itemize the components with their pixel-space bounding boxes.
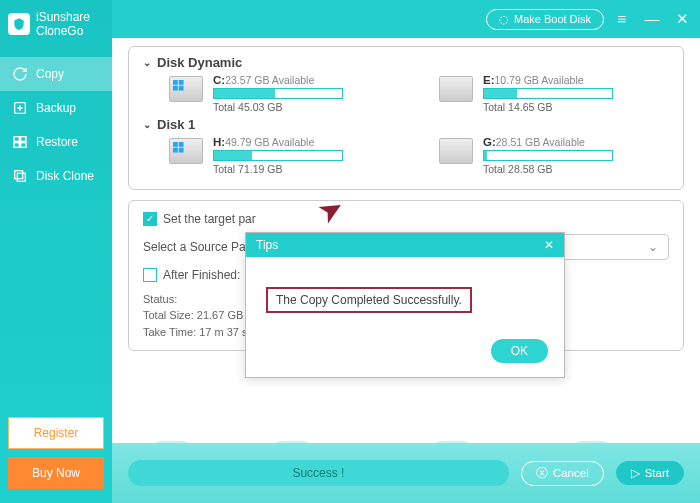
svg-rect-1 <box>14 136 19 141</box>
svg-rect-6 <box>17 173 25 181</box>
drive-icon <box>169 76 203 102</box>
svg-rect-2 <box>21 136 26 141</box>
dialog-close-button[interactable]: ✕ <box>544 238 554 252</box>
cancel-button[interactable]: ⓧCancel <box>521 461 604 486</box>
restore-icon <box>12 134 28 150</box>
drive-icon <box>439 76 473 102</box>
tips-dialog: Tips ✕ The Copy Completed Successfully. … <box>245 232 565 378</box>
disk-list-card: ⌄Disk Dynamic C:23.57 GB Available Total… <box>128 46 684 190</box>
dialog-message: The Copy Completed Successfully. <box>266 287 472 313</box>
partition-e[interactable]: E:10.79 GB Available Total 14.65 GB <box>439 74 649 113</box>
app-logo: iSunshareCloneGo <box>0 0 112 49</box>
nav-backup[interactable]: Backup <box>0 91 112 125</box>
start-button[interactable]: ▷Start <box>616 461 684 485</box>
after-finished-checkbox[interactable]: After Finished: <box>143 268 240 282</box>
footer-bar: Success ! ⓧCancel ▷Start <box>112 443 700 503</box>
disk-1-header[interactable]: ⌄Disk 1 <box>143 117 669 132</box>
svg-rect-4 <box>21 142 26 147</box>
chevron-down-icon: ⌄ <box>143 119 151 130</box>
disk-dynamic-header[interactable]: ⌄Disk Dynamic <box>143 55 669 70</box>
register-button[interactable]: Register <box>8 417 104 449</box>
chevron-down-icon: ⌄ <box>143 57 151 68</box>
logo-icon <box>8 13 30 35</box>
nav-restore[interactable]: Restore <box>0 125 112 159</box>
dialog-title: Tips <box>256 238 278 252</box>
download-icon: ◌ <box>499 13 509 26</box>
svg-rect-3 <box>14 142 19 147</box>
titlebar: ◌ Make Boot Disk ≡ — ✕ <box>112 0 700 38</box>
menu-icon[interactable]: ≡ <box>614 10 630 28</box>
chevron-down-icon: ⌄ <box>648 240 658 254</box>
nav-diskclone[interactable]: Disk Clone <box>0 159 112 193</box>
backup-icon <box>12 100 28 116</box>
close-icon: ⓧ <box>536 466 548 481</box>
partition-g[interactable]: G:28.51 GB Available Total 28.58 GB <box>439 136 649 175</box>
partition-c[interactable]: C:23.57 GB Available Total 45.03 GB <box>169 74 379 113</box>
make-boot-disk-button[interactable]: ◌ Make Boot Disk <box>486 9 604 30</box>
set-target-checkbox[interactable]: ✓ Set the target par <box>143 212 256 226</box>
progress-bar: Success ! <box>128 460 509 486</box>
drive-icon <box>169 138 203 164</box>
copy-icon <box>12 66 28 82</box>
close-button[interactable]: ✕ <box>674 10 690 28</box>
nav-copy[interactable]: Copy <box>0 57 112 91</box>
drive-icon <box>439 138 473 164</box>
select-source-label: Select a Source Part <box>143 240 253 254</box>
play-icon: ▷ <box>631 466 640 480</box>
svg-rect-5 <box>15 170 23 178</box>
ok-button[interactable]: OK <box>491 339 548 363</box>
partition-h[interactable]: H:49.79 GB Available Total 71.19 GB <box>169 136 379 175</box>
buy-now-button[interactable]: Buy Now <box>8 457 104 489</box>
sidebar: iSunshareCloneGo Copy Backup Restore Dis… <box>0 0 112 503</box>
checkbox-icon: ✓ <box>143 212 157 226</box>
diskclone-icon <box>12 168 28 184</box>
minimize-button[interactable]: — <box>644 10 660 28</box>
checkbox-icon <box>143 268 157 282</box>
